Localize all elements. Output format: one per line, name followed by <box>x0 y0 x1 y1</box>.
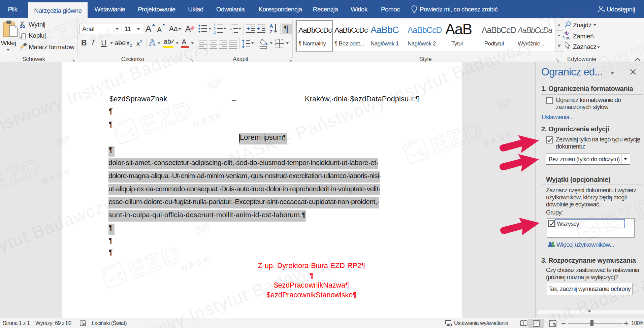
svg-text:i: i <box>232 31 232 34</box>
svg-text:1: 1 <box>229 23 231 27</box>
svg-text:3: 3 <box>214 30 216 34</box>
svg-text:a: a <box>230 27 232 31</box>
svg-text:Z: Z <box>269 29 272 34</box>
svg-text:c: c <box>568 35 571 40</box>
svg-text:A: A <box>269 23 273 29</box>
